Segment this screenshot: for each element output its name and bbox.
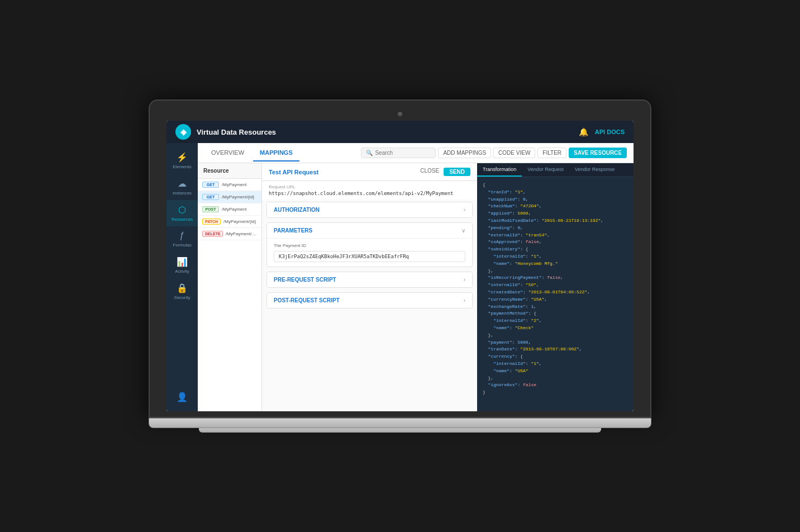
notification-icon[interactable]: 🔔	[579, 127, 588, 136]
api-panel-actions: CLOSE SEND	[420, 168, 470, 176]
resource-path: /MyPayment/{id}	[226, 231, 257, 236]
code-view-button[interactable]: CODE VIEW	[493, 148, 535, 158]
response-body: { "tranId": "1", "unapplied": 0, "checkN…	[477, 177, 634, 411]
laptop-base	[149, 418, 651, 428]
sidebar-bottom: 👤	[174, 387, 190, 407]
resource-panel: Resource GET /MyPayment GET /MyPayment/{…	[198, 163, 262, 411]
authorization-title: AUTHORIZATION	[274, 207, 320, 213]
parameters-body: The Payment ID	[267, 238, 472, 267]
api-panel: Test API Request CLOSE SEND Request URL …	[262, 163, 477, 411]
resource-path: /MyPayment	[222, 182, 246, 187]
app-body: ⚡ Elements ☁ Instances ⬡ Resources ƒ For…	[166, 143, 634, 411]
resource-item-patch-mypayment-id[interactable]: PATCH /MyPayment/{id}	[198, 216, 261, 228]
sidebar-label-elements: Elements	[173, 164, 191, 169]
url-label: Request URL	[269, 184, 470, 189]
response-panel: Transformation Vendor Request Vendor Res…	[477, 163, 634, 411]
content-area: Resource GET /MyPayment GET /MyPayment/{…	[198, 163, 634, 411]
api-panel-header: Test API Request CLOSE SEND	[262, 163, 477, 181]
search-box[interactable]: 🔍	[361, 148, 436, 158]
authorization-accordion: AUTHORIZATION ›	[266, 202, 473, 218]
resource-item-get-mypayment-id[interactable]: GET /MyPayment/{id}	[198, 191, 261, 203]
camera	[398, 112, 402, 116]
tab-transformation[interactable]: Transformation	[477, 163, 522, 177]
resource-path: /MyPayment/{id}	[223, 219, 256, 224]
resource-item-post-mypayment[interactable]: POST /MyPayment	[198, 203, 261, 216]
tab-vendor-request[interactable]: Vendor Request	[522, 163, 569, 177]
resource-item-get-mypayment[interactable]: GET /MyPayment	[198, 179, 261, 191]
main-content: OVERVIEW MAPPINGS 🔍 ADD MAPPINGS CODE VI…	[198, 143, 634, 411]
screen: ◈ Virtual Data Resources 🔔 API DOCS ⚡ El…	[166, 121, 634, 411]
method-badge-post: POST	[202, 206, 219, 212]
param-label: The Payment ID	[274, 243, 465, 248]
screen-bezel: ◈ Virtual Data Resources 🔔 API DOCS ⚡ El…	[149, 99, 651, 418]
tab-bar: OVERVIEW MAPPINGS 🔍 ADD MAPPINGS CODE VI…	[198, 143, 634, 163]
method-badge-get: GET	[202, 182, 219, 188]
post-request-script-header[interactable]: POST-REQUEST SCRIPT ›	[267, 293, 472, 308]
formulas-icon: ƒ	[180, 231, 185, 241]
pre-request-script-accordion: PRE-REQUEST SCRIPT ›	[266, 272, 473, 288]
authorization-header[interactable]: AUTHORIZATION ›	[267, 202, 472, 217]
save-resource-button[interactable]: SAVE RESOURCE	[569, 148, 627, 158]
laptop-bottom	[199, 428, 601, 433]
activity-icon: 📊	[177, 256, 188, 267]
logo-icon: ◈	[175, 124, 191, 140]
method-badge-patch: PATCH	[202, 218, 221, 225]
tab-overview[interactable]: OVERVIEW	[204, 145, 251, 162]
close-button[interactable]: CLOSE	[420, 168, 439, 176]
send-button[interactable]: SEND	[444, 168, 470, 176]
method-badge-delete: DELETE	[202, 231, 223, 237]
add-mappings-button[interactable]: ADD MAPPINGS	[438, 148, 491, 158]
security-icon: 🔒	[177, 283, 188, 293]
post-request-script-title: POST-REQUEST SCRIPT	[274, 297, 340, 303]
url-value: https://snapshot.cloud.elements.com/elem…	[269, 191, 470, 196]
account-icon: 👤	[177, 392, 188, 402]
logo-area: ◈ Virtual Data Resources	[175, 124, 276, 140]
sidebar-item-account[interactable]: 👤	[174, 387, 190, 407]
filter-button[interactable]: FILTER	[537, 148, 566, 158]
sidebar-label-formulas: Formulas	[173, 243, 191, 248]
api-docs-link[interactable]: API DOCS	[595, 129, 625, 135]
sidebar: ⚡ Elements ☁ Instances ⬡ Resources ƒ For…	[166, 143, 198, 411]
sidebar-item-elements[interactable]: ⚡ Elements	[166, 148, 198, 174]
parameters-header[interactable]: PARAMETERS ∨	[267, 223, 472, 238]
elements-icon: ⚡	[177, 152, 188, 163]
sidebar-label-resources: Resources	[172, 217, 193, 222]
sidebar-item-instances[interactable]: ☁ Instances	[166, 174, 198, 200]
method-badge-get: GET	[202, 194, 219, 200]
pre-request-script-chevron: ›	[464, 277, 465, 283]
search-input[interactable]	[375, 150, 431, 156]
authorization-chevron: ›	[464, 207, 465, 213]
param-input[interactable]	[274, 251, 465, 262]
sidebar-item-resources[interactable]: ⬡ Resources	[166, 200, 198, 226]
sidebar-label-security: Security	[174, 295, 191, 300]
parameters-title: PARAMETERS	[274, 227, 312, 234]
top-header: ◈ Virtual Data Resources 🔔 API DOCS	[166, 121, 634, 143]
post-request-script-accordion: POST-REQUEST SCRIPT ›	[266, 292, 473, 308]
sidebar-item-formulas[interactable]: ƒ Formulas	[166, 226, 198, 252]
pre-request-script-title: PRE-REQUEST SCRIPT	[274, 277, 336, 283]
resource-header: Resource	[198, 163, 261, 179]
tab-mappings[interactable]: MAPPINGS	[253, 145, 299, 162]
resources-icon: ⬡	[178, 205, 186, 215]
header-actions: 🔔 API DOCS	[579, 127, 625, 136]
post-request-script-chevron: ›	[464, 297, 465, 303]
resource-path: /MyPayment/{id}	[222, 194, 254, 200]
api-panel-title: Test API Request	[269, 169, 318, 175]
url-row: Request URL https://snapshot.cloud.eleme…	[262, 181, 477, 200]
resource-path: /MyPayment	[222, 207, 246, 212]
instances-icon: ☁	[178, 178, 187, 189]
pre-request-script-header[interactable]: PRE-REQUEST SCRIPT ›	[267, 272, 472, 287]
sidebar-label-instances: Instances	[173, 191, 192, 196]
laptop-wrapper: ◈ Virtual Data Resources 🔔 API DOCS ⚡ El…	[149, 99, 651, 433]
parameters-chevron: ∨	[461, 227, 465, 234]
response-tabs: Transformation Vendor Request Vendor Res…	[477, 163, 634, 177]
app-title: Virtual Data Resources	[197, 128, 276, 136]
parameters-accordion: PARAMETERS ∨ The Payment ID	[266, 222, 473, 267]
sidebar-label-activity: Activity	[175, 269, 189, 274]
search-icon: 🔍	[366, 150, 373, 156]
sidebar-item-activity[interactable]: 📊 Activity	[166, 252, 198, 278]
sidebar-item-security[interactable]: 🔒 Security	[166, 278, 198, 305]
tab-vendor-response[interactable]: Vendor Response	[569, 163, 621, 177]
resource-item-delete-mypayment-id[interactable]: DELETE /MyPayment/{id}	[198, 228, 261, 240]
